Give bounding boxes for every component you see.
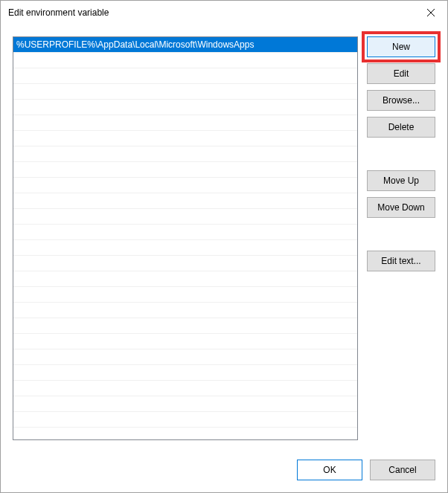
list-item[interactable]	[13, 412, 357, 428]
new-button[interactable]: New	[367, 36, 435, 57]
footer: OK Cancel	[1, 451, 447, 492]
list-item[interactable]	[13, 53, 357, 68]
list-item[interactable]	[13, 146, 357, 162]
list-item[interactable]	[13, 225, 357, 240]
close-icon	[427, 9, 435, 16]
list-item[interactable]	[13, 271, 357, 287]
list-item[interactable]	[13, 115, 357, 131]
spacer	[367, 224, 435, 251]
list-item[interactable]	[13, 287, 357, 303]
list-item[interactable]	[13, 193, 357, 209]
list-item[interactable]	[13, 84, 357, 100]
edit-button[interactable]: Edit	[367, 63, 435, 84]
ok-button[interactable]: OK	[297, 460, 362, 480]
side-button-panel: New Edit Browse... Delete Move Up Move D…	[367, 36, 435, 451]
close-button[interactable]	[414, 1, 447, 24]
list-item[interactable]	[13, 68, 357, 84]
list-item[interactable]	[13, 318, 357, 334]
move-down-button[interactable]: Move Down	[367, 197, 435, 218]
list-item[interactable]	[13, 303, 357, 318]
list-item[interactable]	[13, 162, 357, 178]
edit-text-button[interactable]: Edit text...	[367, 251, 435, 271]
list-item[interactable]	[13, 349, 357, 365]
list-item[interactable]	[13, 209, 357, 225]
cancel-button[interactable]: Cancel	[370, 460, 435, 480]
list-item[interactable]	[13, 396, 357, 412]
spacer	[367, 144, 435, 170]
annotation-highlight: New	[362, 31, 441, 62]
list-item[interactable]	[13, 100, 357, 115]
list-item[interactable]	[13, 365, 357, 381]
delete-button[interactable]: Delete	[367, 117, 435, 138]
move-up-button[interactable]: Move Up	[367, 170, 435, 191]
list-item[interactable]: %USERPROFILE%\AppData\Local\Microsoft\Wi…	[13, 37, 357, 53]
list-item[interactable]	[13, 131, 357, 146]
window-title: Edit environment variable	[8, 7, 109, 18]
browse-button[interactable]: Browse...	[367, 90, 435, 111]
titlebar: Edit environment variable	[1, 1, 447, 25]
list-item[interactable]	[13, 381, 357, 396]
list-item[interactable]	[13, 178, 357, 193]
list-item[interactable]	[13, 256, 357, 271]
path-listbox[interactable]: %USERPROFILE%\AppData\Local\Microsoft\Wi…	[13, 36, 358, 440]
list-item[interactable]	[13, 334, 357, 349]
content-area: %USERPROFILE%\AppData\Local\Microsoft\Wi…	[1, 25, 447, 451]
list-item[interactable]	[13, 240, 357, 256]
